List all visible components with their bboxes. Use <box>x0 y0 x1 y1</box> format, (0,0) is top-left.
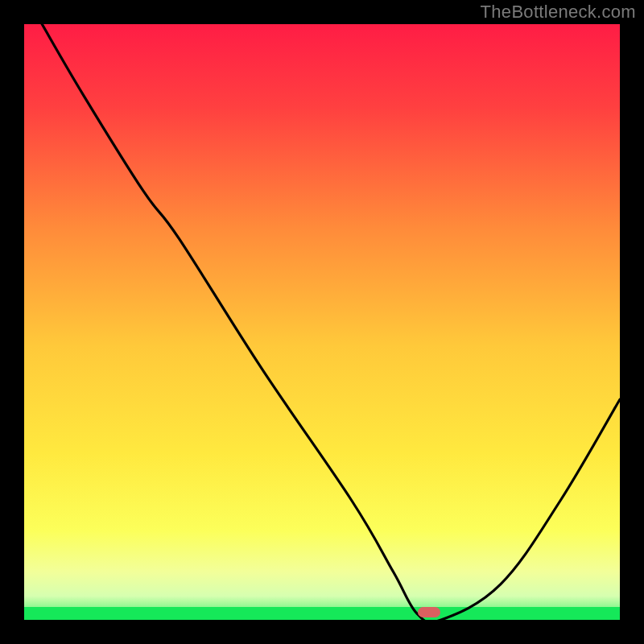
bottleneck-curve <box>24 24 620 620</box>
optimum-marker <box>418 607 440 617</box>
chart-frame: TheBottleneck.com <box>0 0 644 644</box>
watermark-text: TheBottleneck.com <box>481 2 636 23</box>
plot-area <box>24 24 620 620</box>
